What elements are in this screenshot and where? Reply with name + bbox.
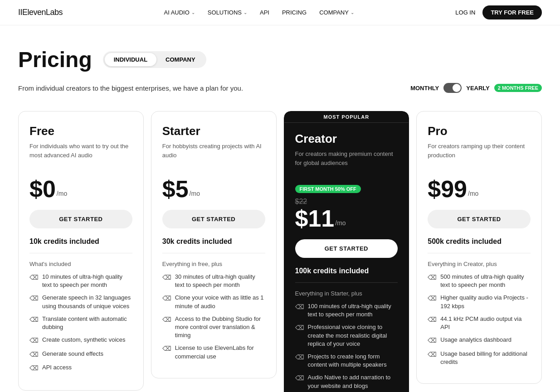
features-section: Everything in free, plus ⌫ 30 minutes of… xyxy=(162,253,265,361)
yearly-label: YEARLY xyxy=(466,85,490,92)
features-section: Everything in Creator, plus ⌫ 500 minute… xyxy=(428,253,531,366)
nav-items: AI AUDIO ⌄ SOLUTIONS ⌄ API PRICING COMPA… xyxy=(164,9,354,16)
feature-item: ⌫ Audio Native to add narration to your … xyxy=(295,373,398,390)
navbar: IIElevenLabs AI AUDIO ⌄ SOLUTIONS ⌄ API … xyxy=(0,0,560,25)
plan-name: Starter xyxy=(162,124,265,138)
plan-desc: For hobbyists creating projects with AI … xyxy=(162,142,265,166)
checkmark-icon: ⌫ xyxy=(428,294,437,303)
nav-ai-audio[interactable]: AI AUDIO ⌄ xyxy=(164,9,195,16)
feature-text: Higher quality audio via Projects - 192 … xyxy=(440,294,531,310)
toggle-individual[interactable]: INDIVIDUAL xyxy=(105,53,156,66)
checkmark-icon: ⌫ xyxy=(162,294,171,303)
nav-auth: LOG IN TRY FOR FREE xyxy=(455,5,542,19)
price-unit: /mo xyxy=(190,190,200,197)
billing-period-toggle: MONTHLY YEARLY 2 MONTHS FREE xyxy=(410,83,542,93)
feature-item: ⌫ 30 minutes of ultra-high quality text … xyxy=(162,273,265,289)
feature-item: ⌫ Generate sound effects xyxy=(29,350,132,359)
checkmark-icon: ⌫ xyxy=(295,303,304,312)
feature-text: 44.1 kHz PCM audio output via API xyxy=(440,315,531,331)
features-header: Everything in Creator, plus xyxy=(428,261,531,267)
feature-text: 100 minutes of ultra-high quality text t… xyxy=(308,302,398,319)
feature-text: Create custom, synthetic voices xyxy=(42,336,126,344)
period-toggle-switch[interactable] xyxy=(443,83,462,93)
checkmark-icon: ⌫ xyxy=(428,336,437,345)
get-started-button[interactable]: GET STARTED xyxy=(29,210,132,228)
feature-text: License to use ElevenLabs for commercial… xyxy=(175,344,265,360)
credits-label: 500k credits included xyxy=(428,237,531,246)
checkmark-icon: ⌫ xyxy=(29,315,39,324)
plan-card-creator: MOST POPULARCreatorFor creators making p… xyxy=(284,111,409,392)
price-display: $5 /mo xyxy=(162,177,265,201)
feature-text: 30 minutes of ultra-high quality text to… xyxy=(175,273,265,289)
monthly-label: MONTHLY xyxy=(410,85,439,92)
get-started-button[interactable]: GET STARTED xyxy=(295,239,398,258)
logo[interactable]: IIElevenLabs xyxy=(18,8,63,17)
price-unit: /mo xyxy=(335,219,346,227)
nav-company[interactable]: COMPANY ⌄ xyxy=(319,9,354,16)
checkmark-icon: ⌫ xyxy=(428,350,437,359)
features-section: What's included ⌫ 10 minutes of ultra-hi… xyxy=(29,253,132,373)
feature-item: ⌫ Higher quality audio via Projects - 19… xyxy=(428,294,531,310)
feature-text: Access to the Dubbing Studio for more co… xyxy=(175,315,265,340)
plan-desc: For creators ramping up their content pr… xyxy=(428,142,531,166)
toggle-company[interactable]: COMPANY xyxy=(156,53,204,66)
billing-type-toggle: INDIVIDUAL COMPANY xyxy=(103,51,206,68)
get-started-button[interactable]: GET STARTED xyxy=(162,210,265,228)
feature-text: Clone your voice with as little as 1 min… xyxy=(175,294,265,310)
price-section: $0 /mo xyxy=(29,177,132,201)
feature-text: Projects to create long form content wit… xyxy=(308,353,398,369)
price-amount: $0 xyxy=(29,177,56,201)
feature-item: ⌫ 44.1 kHz PCM audio output via API xyxy=(428,315,531,331)
feature-text: Usage based billing for additional credi… xyxy=(440,350,531,366)
credits-label: 30k credits included xyxy=(162,237,265,246)
checkmark-icon: ⌫ xyxy=(428,273,437,282)
feature-text: Generate sound effects xyxy=(42,350,103,358)
credits-label: 10k credits included xyxy=(29,237,132,246)
feature-text: API access xyxy=(42,363,72,372)
subtitle-row: From individual creators to the biggest … xyxy=(18,83,542,93)
get-started-button[interactable]: GET STARTED xyxy=(428,210,531,228)
feature-text: Audio Native to add narration to your we… xyxy=(308,373,398,390)
nav-api[interactable]: API xyxy=(260,9,269,16)
feature-item: ⌫ Create custom, synthetic voices xyxy=(29,336,132,345)
price-display: $99 /mo xyxy=(428,177,531,201)
checkmark-icon: ⌫ xyxy=(162,315,171,324)
original-price: $22 xyxy=(295,198,398,206)
price-section: $5 /mo xyxy=(162,177,265,201)
pricing-grid: FreeFor individuals who want to try out … xyxy=(18,111,542,392)
feature-item: ⌫ Generate speech in 32 languages using … xyxy=(29,294,132,310)
feature-item: ⌫ Usage based billing for additional cre… xyxy=(428,350,531,366)
price-section: $99 /mo xyxy=(428,177,531,201)
plan-name: Pro xyxy=(428,124,531,138)
subtitle-text: From individual creators to the biggest … xyxy=(18,84,243,92)
feature-item: ⌫ Projects to create long form content w… xyxy=(295,353,398,369)
feature-item: ⌫ Translate content with automatic dubbi… xyxy=(29,315,132,331)
main-content: Pricing INDIVIDUAL COMPANY From individu… xyxy=(0,25,560,392)
price-display: $11 /mo xyxy=(295,207,398,230)
checkmark-icon: ⌫ xyxy=(295,353,304,362)
plan-name: Free xyxy=(29,124,132,138)
features-header: Everything in Starter, plus xyxy=(295,290,398,297)
price-amount: $99 xyxy=(428,177,467,201)
plan-card-pro: ProFor creators ramping up their content… xyxy=(416,111,542,384)
plan-name: Creator xyxy=(295,132,398,146)
popular-badge: MOST POPULAR xyxy=(284,111,409,123)
nav-solutions[interactable]: SOLUTIONS ⌄ xyxy=(208,9,247,16)
nav-pricing[interactable]: PRICING xyxy=(282,9,307,16)
feature-item: ⌫ 10 minutes of ultra-high quality text … xyxy=(29,273,132,289)
checkmark-icon: ⌫ xyxy=(295,374,304,383)
price-amount: $5 xyxy=(162,177,189,201)
feature-text: 10 minutes of ultra-high quality text to… xyxy=(42,273,132,289)
feature-item: ⌫ 100 minutes of ultra-high quality text… xyxy=(295,302,398,319)
months-free-badge: 2 MONTHS FREE xyxy=(494,84,542,92)
checkmark-icon: ⌫ xyxy=(162,273,171,282)
plan-card-free: FreeFor individuals who want to try out … xyxy=(18,111,144,391)
feature-item: ⌫ Usage analytics dashboard xyxy=(428,336,531,345)
try-for-free-button[interactable]: TRY FOR FREE xyxy=(482,5,542,19)
feature-item: ⌫ Professional voice cloning to create t… xyxy=(295,323,398,348)
price-unit: /mo xyxy=(57,190,67,197)
plan-desc: For creators making premium content for … xyxy=(295,150,398,174)
login-button[interactable]: LOG IN xyxy=(455,9,475,16)
price-unit: /mo xyxy=(468,190,478,197)
feature-text: Professional voice cloning to create the… xyxy=(308,323,398,348)
